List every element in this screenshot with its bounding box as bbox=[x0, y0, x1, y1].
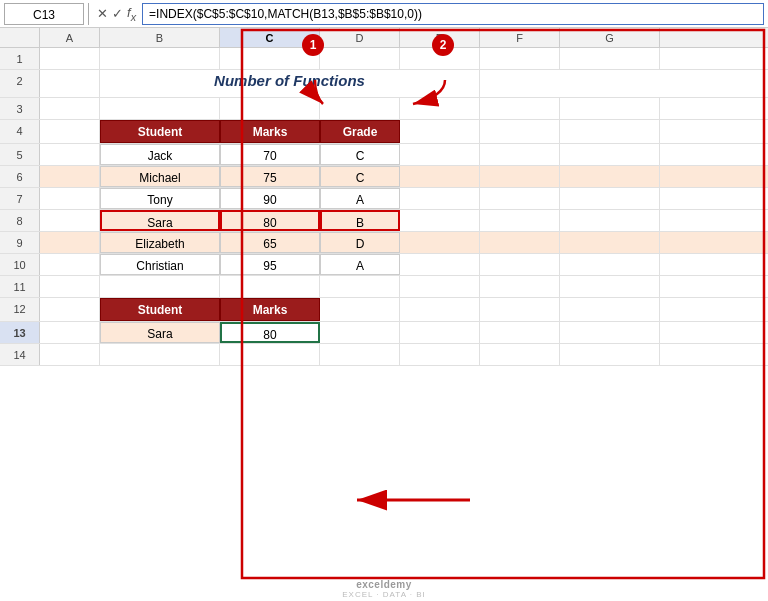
cell-g3[interactable] bbox=[560, 98, 660, 119]
cell-c12-header[interactable]: Marks bbox=[220, 298, 320, 321]
cell-g7[interactable] bbox=[560, 188, 660, 209]
cell-c11[interactable] bbox=[220, 276, 320, 297]
cell-e1[interactable] bbox=[400, 48, 480, 69]
cell-a6[interactable] bbox=[40, 166, 100, 187]
cell-a3[interactable] bbox=[40, 98, 100, 119]
cell-g6[interactable] bbox=[560, 166, 660, 187]
cell-g9[interactable] bbox=[560, 232, 660, 253]
cell-d12[interactable] bbox=[320, 298, 400, 321]
cell-c14[interactable] bbox=[220, 344, 320, 365]
cell-e3[interactable] bbox=[400, 98, 480, 119]
cell-a10[interactable] bbox=[40, 254, 100, 275]
cell-a4[interactable] bbox=[40, 120, 100, 143]
cell-a1[interactable] bbox=[40, 48, 100, 69]
cell-d14[interactable] bbox=[320, 344, 400, 365]
confirm-icon[interactable]: ✓ bbox=[112, 6, 123, 21]
formula-input[interactable]: =INDEX($C$5:$C$10,MATCH(B13,$B$5:$B$10,0… bbox=[142, 3, 764, 25]
function-icon[interactable]: fx bbox=[127, 5, 136, 23]
cell-a11[interactable] bbox=[40, 276, 100, 297]
col-header-g[interactable]: G bbox=[560, 28, 660, 47]
cell-f12[interactable] bbox=[480, 298, 560, 321]
col-header-a[interactable]: A bbox=[40, 28, 100, 47]
cell-g12[interactable] bbox=[560, 298, 660, 321]
cell-c3[interactable] bbox=[220, 98, 320, 119]
cell-f14[interactable] bbox=[480, 344, 560, 365]
cell-b10[interactable]: Christian bbox=[100, 254, 220, 275]
cell-b14[interactable] bbox=[100, 344, 220, 365]
cell-e12[interactable] bbox=[400, 298, 480, 321]
cell-d8[interactable]: B bbox=[320, 210, 400, 231]
cell-d1[interactable] bbox=[320, 48, 400, 69]
cell-e4[interactable] bbox=[400, 120, 480, 143]
cell-e10[interactable] bbox=[400, 254, 480, 275]
cell-a7[interactable] bbox=[40, 188, 100, 209]
cell-b13[interactable]: Sara bbox=[100, 322, 220, 343]
cell-d9[interactable]: D bbox=[320, 232, 400, 253]
cell-b4-header[interactable]: Student bbox=[100, 120, 220, 143]
cell-b2-title[interactable]: Number of Functions bbox=[100, 70, 480, 97]
cell-c10[interactable]: 95 bbox=[220, 254, 320, 275]
cell-b11[interactable] bbox=[100, 276, 220, 297]
cell-b8[interactable]: Sara bbox=[100, 210, 220, 231]
cell-c1[interactable] bbox=[220, 48, 320, 69]
col-header-c[interactable]: C bbox=[220, 28, 320, 47]
cell-c5[interactable]: 70 bbox=[220, 144, 320, 165]
cell-c4-header[interactable]: Marks bbox=[220, 120, 320, 143]
cell-a8[interactable] bbox=[40, 210, 100, 231]
cell-d13[interactable] bbox=[320, 322, 400, 343]
cell-f1[interactable] bbox=[480, 48, 560, 69]
cell-a14[interactable] bbox=[40, 344, 100, 365]
cell-f11[interactable] bbox=[480, 276, 560, 297]
cell-c6[interactable]: 75 bbox=[220, 166, 320, 187]
cell-d6[interactable]: C bbox=[320, 166, 400, 187]
cell-g13[interactable] bbox=[560, 322, 660, 343]
col-header-e[interactable]: E bbox=[400, 28, 480, 47]
cell-e6[interactable] bbox=[400, 166, 480, 187]
cell-g11[interactable] bbox=[560, 276, 660, 297]
cell-c9[interactable]: 65 bbox=[220, 232, 320, 253]
cell-f13[interactable] bbox=[480, 322, 560, 343]
cell-g1[interactable] bbox=[560, 48, 660, 69]
cell-d11[interactable] bbox=[320, 276, 400, 297]
cell-f7[interactable] bbox=[480, 188, 560, 209]
cell-f6[interactable] bbox=[480, 166, 560, 187]
cell-d10[interactable]: A bbox=[320, 254, 400, 275]
cell-f9[interactable] bbox=[480, 232, 560, 253]
cell-b3[interactable] bbox=[100, 98, 220, 119]
cell-g5[interactable] bbox=[560, 144, 660, 165]
cell-b7[interactable]: Tony bbox=[100, 188, 220, 209]
cell-b12-header[interactable]: Student bbox=[100, 298, 220, 321]
cell-d5[interactable]: C bbox=[320, 144, 400, 165]
cell-g4[interactable] bbox=[560, 120, 660, 143]
cell-e11[interactable] bbox=[400, 276, 480, 297]
cell-f5[interactable] bbox=[480, 144, 560, 165]
cell-g10[interactable] bbox=[560, 254, 660, 275]
cell-b6[interactable]: Michael bbox=[100, 166, 220, 187]
cell-b5[interactable]: Jack bbox=[100, 144, 220, 165]
cancel-icon[interactable]: ✕ bbox=[97, 6, 108, 21]
cell-d4-header[interactable]: Grade bbox=[320, 120, 400, 143]
cell-g14[interactable] bbox=[560, 344, 660, 365]
cell-f8[interactable] bbox=[480, 210, 560, 231]
cell-e9[interactable] bbox=[400, 232, 480, 253]
cell-c13[interactable]: 80 bbox=[220, 322, 320, 343]
cell-ref-box[interactable]: C13 bbox=[4, 3, 84, 25]
cell-d7[interactable]: A bbox=[320, 188, 400, 209]
cell-a13[interactable] bbox=[40, 322, 100, 343]
cell-e7[interactable] bbox=[400, 188, 480, 209]
col-header-f[interactable]: F bbox=[480, 28, 560, 47]
cell-e14[interactable] bbox=[400, 344, 480, 365]
cell-d3[interactable] bbox=[320, 98, 400, 119]
cell-b1[interactable] bbox=[100, 48, 220, 69]
cell-a12[interactable] bbox=[40, 298, 100, 321]
cell-a2[interactable] bbox=[40, 70, 100, 97]
col-header-d[interactable]: D bbox=[320, 28, 400, 47]
cell-c7[interactable]: 90 bbox=[220, 188, 320, 209]
cell-f10[interactable] bbox=[480, 254, 560, 275]
cell-g8[interactable] bbox=[560, 210, 660, 231]
cell-e8[interactable] bbox=[400, 210, 480, 231]
cell-b9[interactable]: Elizabeth bbox=[100, 232, 220, 253]
cell-e13[interactable] bbox=[400, 322, 480, 343]
cell-f4[interactable] bbox=[480, 120, 560, 143]
cell-a9[interactable] bbox=[40, 232, 100, 253]
